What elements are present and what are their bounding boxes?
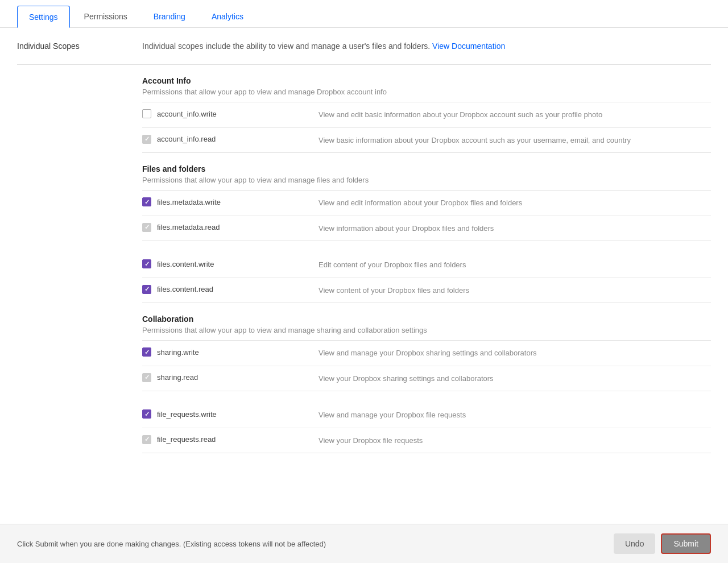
perm-row-account-info-write: account_info.write View and edit basic i… <box>142 102 711 128</box>
tab-branding[interactable]: Branding <box>142 6 197 27</box>
individual-scopes-label: Individual Scopes <box>17 42 142 51</box>
perm-name-sharing-write: sharing.write <box>157 348 199 357</box>
perm-desc-files-metadata-read: View information about your Dropbox file… <box>318 223 711 234</box>
perm-name-file-requests-read: file_requests.read <box>157 435 216 444</box>
perm-name-files-metadata-write: files.metadata.write <box>157 198 221 206</box>
section-file-requests: file_requests.write View and manage your… <box>142 391 711 453</box>
section-collaboration-title: Collaboration <box>142 314 711 324</box>
checkbox-sharing-read[interactable] <box>142 373 151 382</box>
perm-row-files-metadata-write: files.metadata.write View and edit infor… <box>142 191 711 216</box>
perm-desc-file-requests-read: View your Dropbox file requests <box>318 435 711 446</box>
section-collaboration-subtitle: Permissions that allow your app to view … <box>142 326 711 334</box>
tab-permissions[interactable]: Permissions <box>72 6 139 27</box>
checkbox-files-metadata-write[interactable] <box>142 197 151 206</box>
perm-row-sharing-write: sharing.write View and manage your Dropb… <box>142 341 711 366</box>
checkbox-files-content-write[interactable] <box>142 259 151 268</box>
tab-settings[interactable]: Settings <box>17 6 70 28</box>
tab-analytics[interactable]: Analytics <box>200 6 255 27</box>
perm-name-account-info-read: account_info.read <box>157 135 216 143</box>
perm-desc-files-metadata-write: View and edit information about your Dro… <box>318 197 711 209</box>
section-files-content: files.content.write Edit content of your… <box>142 241 711 303</box>
checkbox-file-requests-write[interactable] <box>142 409 151 419</box>
tab-bar: Settings Permissions Branding Analytics <box>0 0 728 28</box>
perm-row-files-metadata-read: files.metadata.read View information abo… <box>142 216 711 241</box>
view-documentation-link[interactable]: View Documentation <box>432 42 505 51</box>
perm-name-files-content-write: files.content.write <box>157 260 214 268</box>
perm-desc-account-info-read: View basic information about your Dropbo… <box>318 135 711 146</box>
checkbox-files-content-read[interactable] <box>142 285 151 294</box>
perm-name-files-content-read: files.content.read <box>157 285 213 293</box>
section-account-info: Account Info Permissions that allow your… <box>142 65 711 153</box>
checkbox-account-info-write[interactable] <box>142 109 151 118</box>
checkbox-file-requests-read[interactable] <box>142 435 151 444</box>
perm-row-files-content-write: files.content.write Edit content of your… <box>142 252 711 278</box>
perm-desc-files-content-write: Edit content of your Dropbox files and f… <box>318 259 711 271</box>
perm-desc-sharing-read: View your Dropbox sharing settings and c… <box>318 373 711 384</box>
section-files-folders-subtitle: Permissions that allow your app to view … <box>142 176 711 184</box>
perm-name-sharing-read: sharing.read <box>157 373 198 382</box>
checkbox-files-metadata-read[interactable] <box>142 223 151 232</box>
perm-desc-account-info-write: View and edit basic information about yo… <box>318 109 711 121</box>
perm-desc-files-content-read: View content of your Dropbox files and f… <box>318 285 711 296</box>
perm-row-sharing-read: sharing.read View your Dropbox sharing s… <box>142 366 711 391</box>
perm-desc-sharing-write: View and manage your Dropbox sharing set… <box>318 347 711 359</box>
individual-scopes-description: Individual scopes include the ability to… <box>142 42 505 51</box>
checkbox-account-info-read[interactable] <box>142 135 151 144</box>
perm-row-account-info-read: account_info.read View basic information… <box>142 128 711 153</box>
section-collaboration: Collaboration Permissions that allow you… <box>142 303 711 391</box>
checkbox-sharing-write[interactable] <box>142 347 151 357</box>
section-files-folders: Files and folders Permissions that allow… <box>142 153 711 241</box>
perm-row-files-content-read: files.content.read View content of your … <box>142 278 711 303</box>
perm-row-file-requests-read: file_requests.read View your Dropbox fil… <box>142 428 711 453</box>
perm-name-account-info-write: account_info.write <box>157 110 217 118</box>
perm-row-file-requests-write: file_requests.write View and manage your… <box>142 403 711 428</box>
main-content: Individual Scopes Individual scopes incl… <box>0 28 728 510</box>
perm-name-files-metadata-read: files.metadata.read <box>157 223 220 231</box>
section-account-info-title: Account Info <box>142 76 711 85</box>
individual-scopes-row: Individual Scopes Individual scopes incl… <box>17 28 711 65</box>
section-files-folders-title: Files and folders <box>142 164 711 173</box>
perm-name-file-requests-write: file_requests.write <box>157 410 217 419</box>
section-account-info-subtitle: Permissions that allow your app to view … <box>142 88 711 96</box>
perm-desc-file-requests-write: View and manage your Dropbox file reques… <box>318 409 711 421</box>
